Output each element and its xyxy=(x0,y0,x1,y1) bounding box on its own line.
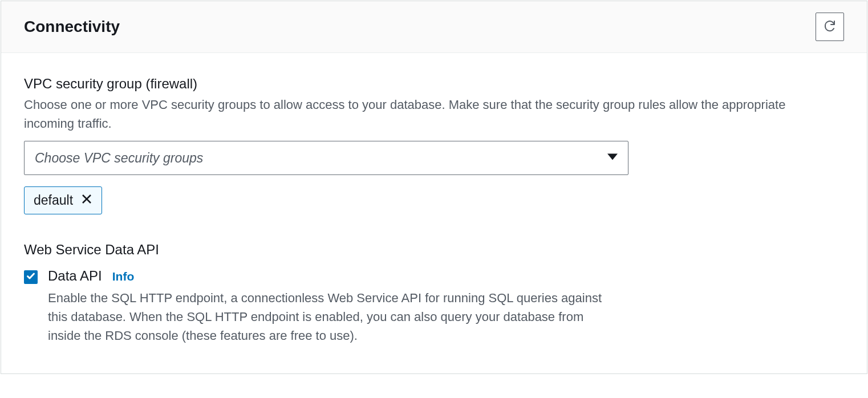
data-api-checkbox[interactable] xyxy=(24,270,38,284)
vpc-field-description: Choose one or more VPC security groups t… xyxy=(24,95,794,133)
panel-body: VPC security group (firewall) Choose one… xyxy=(1,53,867,373)
data-api-info-link[interactable]: Info xyxy=(112,270,134,283)
panel-header: Connectivity xyxy=(1,1,867,53)
connectivity-panel: Connectivity VPC security group (firewal… xyxy=(1,1,867,374)
data-api-checkbox-row: Data API Info Enable the SQL HTTP endpoi… xyxy=(24,268,844,345)
vpc-field-label: VPC security group (firewall) xyxy=(24,76,844,92)
select-placeholder: Choose VPC security groups xyxy=(35,151,203,166)
caret-down-icon xyxy=(607,152,618,164)
data-api-content: Data API Info Enable the SQL HTTP endpoi… xyxy=(48,268,844,345)
vpc-select-wrapper: Choose VPC security groups xyxy=(24,141,628,175)
data-api-heading: Web Service Data API xyxy=(24,242,844,258)
refresh-icon xyxy=(823,19,837,35)
close-icon xyxy=(81,193,92,208)
vpc-security-group-field: VPC security group (firewall) Choose one… xyxy=(24,76,844,214)
vpc-token-default: default xyxy=(24,186,102,214)
data-api-description: Enable the SQL HTTP endpoint, a connecti… xyxy=(48,289,607,345)
data-api-label: Data API xyxy=(48,268,102,284)
data-api-label-row: Data API Info xyxy=(48,268,844,284)
checkmark-icon xyxy=(26,271,35,283)
panel-title: Connectivity xyxy=(24,18,120,36)
token-remove-button[interactable] xyxy=(81,193,92,208)
data-api-section: Web Service Data API Data API Info Enabl… xyxy=(24,242,844,345)
token-label: default xyxy=(34,193,73,208)
refresh-button[interactable] xyxy=(816,13,844,41)
vpc-security-group-select[interactable]: Choose VPC security groups xyxy=(24,141,628,175)
